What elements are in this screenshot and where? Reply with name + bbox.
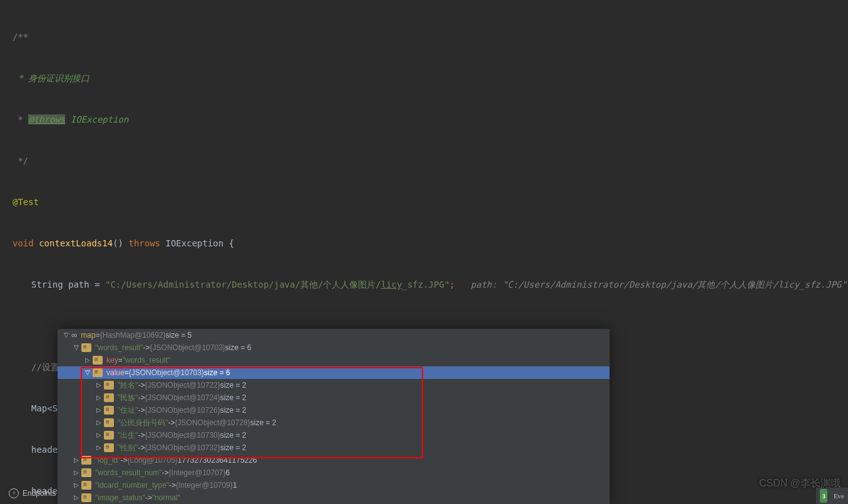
status-bar-right[interactable]: 3 Eve [816, 488, 848, 504]
endpoints-label: Endpoints [23, 486, 56, 500]
map-entry-icon [104, 393, 114, 402]
expand-icon[interactable] [94, 404, 104, 416]
javadoc-open: /** [13, 32, 28, 42]
map-entry-icon [104, 431, 114, 440]
throws-tag: @throws [28, 114, 65, 124]
dbg-imgstatus[interactable]: "image_status" -> "normal" [58, 491, 610, 504]
dbg-child[interactable]: "民族" -> {JSONObject@10724} size = 2 [58, 391, 610, 404]
method-name: contextLoads14 [39, 238, 113, 248]
map-entry-icon [104, 406, 114, 415]
dbg-logid[interactable]: "log_id" -> {Long@10705} 177327302364117… [58, 454, 610, 466]
dbg-child[interactable]: "公民身份号码" -> {JSONObject@10728} size = 2 [58, 416, 610, 429]
expand-icon[interactable] [83, 354, 93, 366]
dbg-words-result[interactable]: "words_result" -> {JSONObject@10703} siz… [58, 341, 610, 354]
expand-icon[interactable] [61, 329, 71, 341]
expand-icon[interactable] [94, 391, 104, 404]
map-entry-icon [93, 356, 103, 365]
dbg-child[interactable]: "住址" -> {JSONObject@10726} size = 2 [58, 404, 610, 416]
dbg-child[interactable]: "出生" -> {JSONObject@10730} size = 2 [58, 429, 610, 441]
expand-icon[interactable] [71, 341, 81, 354]
map-entry-icon [104, 381, 114, 390]
toolwindow-endpoints[interactable]: ✧ Endpoints [9, 486, 56, 500]
map-entry-icon [93, 368, 103, 377]
expand-icon[interactable] [94, 379, 104, 391]
expand-icon[interactable] [71, 491, 81, 504]
event-badge[interactable]: 3 [820, 489, 827, 503]
expand-icon[interactable] [94, 416, 104, 429]
dbg-wrnum[interactable]: "words_result_num" -> {Integer@10707} 6 [58, 466, 610, 479]
endpoints-icon: ✧ [9, 488, 19, 498]
expand-icon[interactable] [94, 429, 104, 441]
map-entry-icon [81, 468, 91, 477]
expand-icon[interactable] [71, 454, 81, 466]
dbg-child[interactable]: "姓名" -> {JSONObject@10722} size = 2 [58, 379, 610, 391]
map-entry-icon [81, 481, 91, 490]
dbg-value-row[interactable]: value = {JSONObject@10703} size = 6 [58, 366, 610, 379]
map-entry-icon [81, 343, 91, 352]
map-entry-icon [104, 418, 114, 427]
expand-icon[interactable] [71, 479, 81, 491]
javadoc-close: */ [13, 156, 28, 166]
map-entry-icon [81, 456, 91, 465]
test-annotation: @Test [13, 197, 39, 207]
expand-icon[interactable] [71, 466, 81, 479]
debug-variables-popup[interactable]: ∞ map = {HashMap@10692} size = 5 "words_… [58, 329, 610, 504]
dbg-root[interactable]: ∞ map = {HashMap@10692} size = 5 [58, 329, 610, 341]
dbg-key[interactable]: key = "words_result" [58, 354, 610, 366]
expand-icon[interactable] [94, 441, 104, 454]
expand-icon[interactable] [83, 366, 93, 379]
dbg-idcardtype[interactable]: "idcard_number_type" -> {Integer@10709} … [58, 479, 610, 491]
map-entry-icon [104, 443, 114, 452]
inline-path-value: "C:/Users/Administrator/Desktop/java/其他/… [503, 280, 847, 290]
javadoc-desc: * 身份证识别接口 [13, 73, 89, 83]
map-entry-icon [81, 493, 91, 502]
event-label: Eve [834, 489, 844, 503]
dbg-child[interactable]: "性别" -> {JSONObject@10732} size = 2 [58, 441, 610, 454]
loop-icon: ∞ [71, 329, 77, 341]
